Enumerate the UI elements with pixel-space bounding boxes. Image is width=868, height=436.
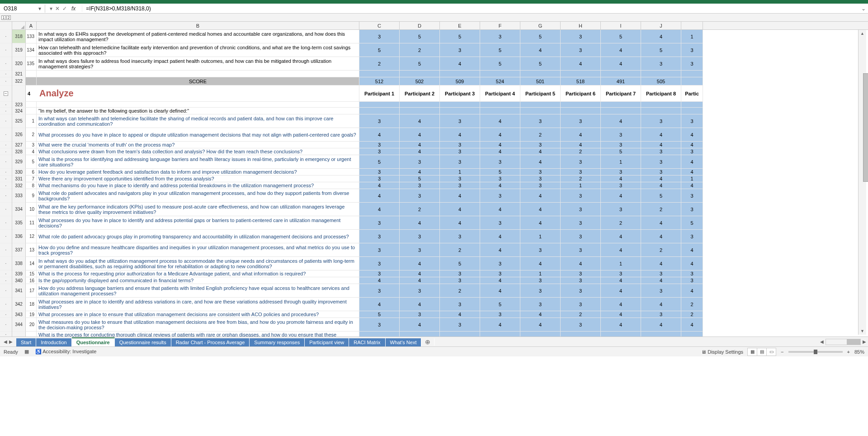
data-cell[interactable]: 3	[601, 270, 641, 277]
data-cell[interactable]: 4	[561, 57, 601, 71]
serial-cell[interactable]: 19	[26, 311, 37, 318]
sheet-tab[interactable]: Summary responses	[250, 338, 305, 346]
data-cell[interactable]: 3	[681, 270, 703, 277]
data-cell[interactable]: 2	[359, 57, 400, 71]
score-cell[interactable]	[26, 77, 37, 85]
data-cell[interactable]: 4	[601, 57, 641, 71]
data-cell[interactable]: 4	[480, 318, 520, 332]
serial-cell[interactable]	[26, 332, 37, 336]
data-cell[interactable]: 2	[681, 298, 703, 311]
data-cell[interactable]: 5	[681, 216, 703, 230]
horizontal-scrollbar[interactable]: ◀ ▶	[818, 339, 868, 345]
data-cell[interactable]: 5	[520, 57, 561, 71]
empty-cell[interactable]	[37, 71, 359, 77]
column-header-e[interactable]: E	[440, 22, 480, 29]
row-header[interactable]: 324	[12, 108, 26, 114]
data-cell[interactable]: 4	[359, 189, 400, 203]
data-cell[interactable]: 2	[440, 243, 480, 257]
question-cell[interactable]: In what ways do you adapt the utilizatio…	[37, 257, 359, 270]
scroll-up-icon[interactable]: ▲	[860, 30, 864, 37]
row-header[interactable]: 334	[12, 203, 26, 216]
view-page-layout-icon[interactable]: ▤	[757, 348, 767, 356]
column-header-a[interactable]: A	[26, 22, 37, 29]
data-cell[interactable]: 4	[400, 257, 440, 270]
data-cell[interactable]: 3	[520, 169, 561, 175]
data-cell[interactable]: 3	[641, 148, 681, 155]
data-cell[interactable]: 5	[400, 175, 440, 182]
score-value[interactable]: 524	[480, 77, 520, 85]
empty-cell[interactable]	[520, 102, 561, 108]
column-header-f[interactable]: F	[480, 22, 520, 29]
data-cell[interactable]: 3	[480, 257, 520, 270]
data-cell[interactable]: 3	[601, 128, 641, 142]
data-cell[interactable]: 3	[440, 298, 480, 311]
data-cell[interactable]: 3	[359, 148, 400, 155]
row-header[interactable]: 325	[12, 114, 26, 128]
question-cell[interactable]: In what ways can telehealth and telemedi…	[37, 114, 359, 128]
row-header[interactable]: 322	[12, 77, 26, 85]
data-cell[interactable]: 4	[641, 128, 681, 142]
row-header[interactable]: 329	[12, 155, 26, 169]
data-cell[interactable]: 4	[400, 318, 440, 332]
data-cell[interactable]: 5	[440, 30, 480, 43]
data-cell[interactable]: 3	[561, 230, 601, 243]
empty-cell[interactable]	[26, 102, 37, 108]
data-cell[interactable]: 4	[440, 57, 480, 71]
empty-cell[interactable]	[681, 102, 703, 108]
data-cell[interactable]: 2	[400, 203, 440, 216]
data-cell[interactable]: 2	[561, 148, 601, 155]
row-header[interactable]: 342	[12, 298, 26, 311]
formula-input[interactable]: =IF(N318>0,M318/N318,0)	[82, 5, 859, 13]
hscroll-left-icon[interactable]: ◀	[818, 339, 826, 344]
data-cell[interactable]: 3	[520, 277, 561, 284]
scroll-down-icon[interactable]: ▼	[860, 327, 864, 335]
belief-text[interactable]: "In my belief, the answer to the followi…	[37, 108, 359, 114]
data-cell[interactable]: 3	[440, 277, 480, 284]
data-cell[interactable]: 4	[601, 43, 641, 57]
data-cell[interactable]: 3	[480, 175, 520, 182]
data-cell[interactable]: 4	[400, 270, 440, 277]
hscroll-right-icon[interactable]: ▶	[861, 339, 868, 344]
question-cell[interactable]: What role do patient advocacy groups pla…	[37, 230, 359, 243]
dropdown-icon[interactable]: ▾	[50, 5, 52, 12]
question-cell[interactable]: How can telehealth and telemedicine faci…	[37, 43, 359, 57]
serial-cell[interactable]: 133	[26, 30, 37, 43]
empty-cell[interactable]	[601, 102, 641, 108]
sheet-tab[interactable]: RACI Matrix	[349, 338, 385, 346]
data-cell[interactable]: 4	[400, 298, 440, 311]
data-cell[interactable]: 3	[681, 43, 703, 57]
data-cell[interactable]: 4	[681, 243, 703, 257]
fx-icon[interactable]: fx	[70, 5, 77, 12]
empty-cell[interactable]	[440, 102, 480, 108]
participant-header[interactable]: Participant 3	[440, 85, 480, 102]
question-cell[interactable]: How do you leverage patient feedback and…	[37, 169, 359, 175]
data-cell[interactable]: 4	[520, 155, 561, 169]
data-cell[interactable]: 5	[641, 43, 681, 57]
serial-cell[interactable]: 2	[26, 128, 37, 142]
data-cell[interactable]: 3	[681, 57, 703, 71]
tab-nav-prev-icon[interactable]: ◀	[4, 339, 7, 344]
data-cell[interactable]: 4	[400, 128, 440, 142]
data-cell[interactable]: 4	[681, 284, 703, 298]
data-cell[interactable]: 5	[400, 57, 440, 71]
empty-cell[interactable]	[440, 108, 480, 114]
row-header[interactable]: 323	[12, 102, 26, 108]
empty-cell[interactable]	[681, 108, 703, 114]
empty-cell[interactable]	[561, 332, 601, 336]
data-cell[interactable]: 4	[440, 216, 480, 230]
row-header[interactable]: 326	[12, 128, 26, 142]
data-cell[interactable]: 3	[359, 175, 400, 182]
question-cell[interactable]: What were the crucial 'moments of truth'…	[37, 142, 359, 148]
data-cell[interactable]: 4	[480, 142, 520, 148]
data-cell[interactable]: 3	[561, 30, 601, 43]
data-cell[interactable]: 4	[601, 311, 641, 318]
data-cell[interactable]: 2	[561, 311, 601, 318]
serial-cell[interactable]: 9	[26, 189, 37, 203]
data-cell[interactable]: 3	[561, 298, 601, 311]
data-cell[interactable]: 3	[400, 284, 440, 298]
data-cell[interactable]: 5	[480, 57, 520, 71]
data-cell[interactable]: 4	[400, 142, 440, 148]
question-cell-cutoff[interactable]: What is the process for conducting thoro…	[37, 332, 359, 336]
data-cell[interactable]: 3	[440, 43, 480, 57]
data-cell[interactable]: 4	[400, 169, 440, 175]
